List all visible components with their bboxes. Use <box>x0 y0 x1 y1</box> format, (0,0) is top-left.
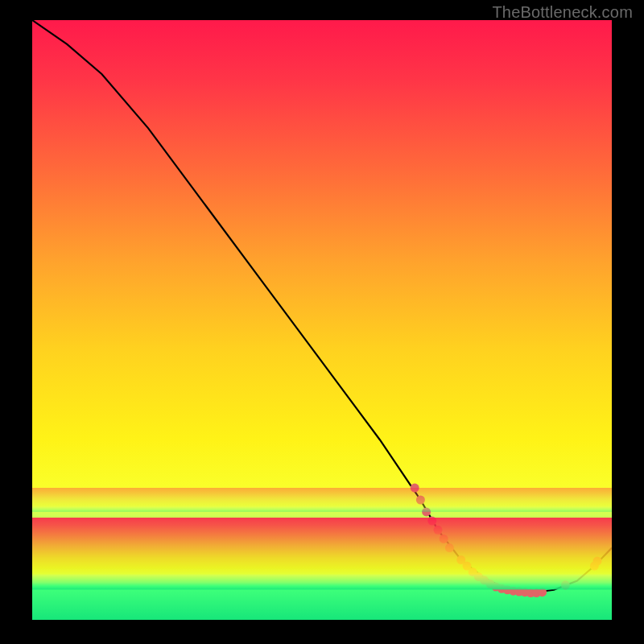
legend-strip-lower <box>32 518 612 589</box>
legend-strip-upper <box>32 488 612 512</box>
svg-rect-0 <box>32 488 612 512</box>
svg-rect-1 <box>32 518 612 589</box>
chart-canvas: TheBottleneck.com <box>0 0 644 644</box>
watermark-text: TheBottleneck.com <box>492 3 633 22</box>
